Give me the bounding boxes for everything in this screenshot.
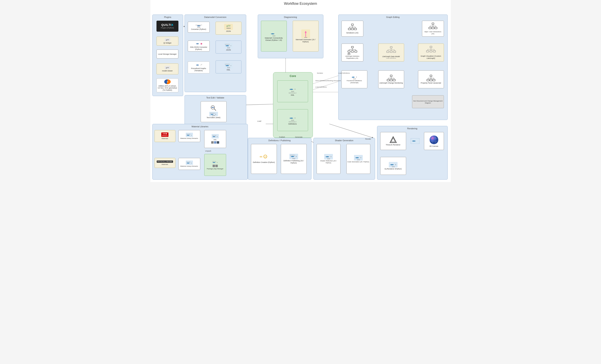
svg-text:X: X (217, 162, 218, 163)
svg-text:X: X (295, 88, 296, 90)
mx-xml-lib-label: XML (213, 139, 217, 141)
svg-rect-60 (432, 23, 434, 24)
core-xml-label: XML (291, 94, 295, 96)
litegraph-data-model-node: LiteGraph Data Model Load Definitions (378, 44, 404, 61)
load-defs-label: Load Definitions (315, 86, 327, 88)
amd-materials-node: AMD▶GPUOpen Materials (155, 130, 175, 142)
local-storage-node: Local Storage Manager (157, 50, 178, 59)
svg-text:▣▣▣: ▣▣▣ (304, 37, 307, 38)
svg-text:X: X (360, 157, 361, 158)
svg-marker-160 (391, 138, 395, 142)
shader-reflection-node: ▣▣▣ X Shader Reflection (JS / Python) (317, 144, 341, 174)
svg-rect-110 (390, 79, 392, 81)
svg-text:▣▣▣: ▣▣▣ (353, 78, 356, 79)
svg-text:X: X (215, 114, 216, 115)
text-editor-label: Text Editor (Web) (207, 117, 220, 119)
svg-rect-133 (186, 133, 193, 137)
core-defs-node: ▣▣▣ X MATERIALX Definitions (277, 109, 308, 131)
svg-text:▣▣▣: ▣▣▣ (327, 158, 330, 159)
mx-lib-extractor2-node: MATERIAL X Material Library Extractor (178, 158, 200, 170)
svg-text:X: X (295, 117, 296, 119)
xml-json-converter-node: → XML/JSON Converter (Python) (188, 40, 210, 51)
litegraph-def-reg-node: LiteGraph Definition Registration (JS) (341, 44, 363, 61)
svg-text:▣▣▣: ▣▣▣ (212, 115, 215, 116)
svg-rect-81 (349, 53, 350, 55)
defs-pub-label: Definitions / Publishing (269, 139, 290, 142)
save-defs-label: Save Definitions/Working Document (315, 80, 341, 81)
mx-lib-extractor1-node: MATERIAL X Material Library Extractor (178, 130, 200, 142)
svg-text:MATERIAL: MATERIAL (290, 154, 295, 156)
serialize-label: Serialize (317, 72, 323, 74)
svg-rect-89 (390, 51, 392, 52)
svg-rect-68 (435, 27, 437, 29)
blender-node: ⊙ Utilities (MTLX extract, UV box, SVG g… (157, 78, 178, 92)
mx-json-node: MATERIAL ▣▣▣ X JSON (216, 40, 241, 53)
material-libs-section: Material Libraries AMD▶GPUOpen Materials… (152, 124, 248, 180)
color-swatches2 (213, 165, 218, 167)
svg-rect-88 (387, 51, 389, 52)
svg-text:▣▣▣: ▣▣▣ (226, 28, 230, 29)
svg-text:MATERIAL: MATERIAL (212, 135, 216, 136)
svg-text:MATERIAL: MATERIAL (187, 134, 190, 135)
svg-text:X: X (230, 65, 231, 66)
svg-text:▣▣▣: ▣▣▣ (272, 35, 275, 36)
core-defs-label: Definitions (288, 123, 297, 125)
threejs-renderer-label: ThreeJS Renderer (386, 144, 400, 146)
mx-xml-lib-node: MATERIAL X XML (204, 130, 226, 148)
code-gen-label: Code Generation (JS / Python) (347, 161, 369, 163)
connectivity-extract-label: MaterialX Connectivity Extract (Python /… (262, 37, 286, 41)
svg-text:IO: IO (264, 156, 266, 158)
procedural-graphs-label: Procedural Graphs (Tentative) (189, 67, 209, 72)
svg-rect-66 (429, 27, 431, 29)
threejs-mx-node (408, 132, 422, 150)
shader-reflection-label: Shader Reflection (JS / Python) (318, 160, 340, 164)
litegraph-change-node: LiteGraph Change Monitoring (378, 71, 404, 88)
canvas-3d-node: 3D Canvas (424, 132, 444, 150)
color-swatches (211, 141, 219, 144)
mx-lib-extractor1-label: Material Library Extractor (180, 137, 198, 140)
render-arrow-label: Render (365, 138, 371, 140)
code-gen-node: ▣▣▣ X Code Generation (JS / Python) (346, 144, 370, 174)
svg-rect-57 (348, 28, 351, 30)
property-panel-node: Property Panel Javascript (418, 71, 444, 88)
svg-text:X: X (217, 136, 218, 137)
qt-widget-label: Qt Widget (163, 42, 171, 44)
core-xml-node: ▣▣▣ X MATERIALX XML (277, 80, 308, 102)
diagramming-section: Diagramming ▣▣▣ MaterialX Connectivity E… (258, 15, 323, 58)
def-creation-label: Definition Creation (Python) (253, 161, 275, 163)
page-title: Workflow Ecosystem (150, 0, 451, 7)
svg-text:X: X (230, 45, 231, 46)
see-doc-label: See Document and Change Management Diagr… (413, 100, 443, 104)
model-viewer-node: glTF model-viewer (157, 63, 178, 74)
serializers-node: Serializers (JS) (341, 21, 363, 37)
svg-text:X: X (395, 164, 396, 165)
svg-text:MATERIAL: MATERIAL (212, 161, 216, 162)
shader-gen-section: Shader Generation ▣▣▣ X Shader Reflectio… (313, 138, 375, 180)
mx-xml1-label: XML (227, 69, 230, 71)
quiltix-node: QUILTIX Plugins (Python) (157, 21, 178, 32)
graph-editing-section: Graph Editing Serializers (JS) (338, 15, 448, 120)
svg-rect-109 (387, 79, 389, 81)
svg-text:MATERIAL: MATERIAL (225, 44, 230, 45)
xml-json-converter-label: XML/JSON Converter (Python) (189, 46, 209, 51)
mermaid-gen-label: Mermaid Generator (JS / Python) (294, 39, 318, 43)
svg-text:X: X (191, 162, 192, 164)
text-edit-section: Text Edit / Validate MATERIAL ▣▣▣ X (185, 95, 246, 127)
svg-rect-75 (348, 51, 350, 52)
svg-text:▣▣▣: ▣▣▣ (227, 67, 230, 68)
litegraph-def-reg-label: LiteGraph Definition Registration (JS) (342, 55, 362, 59)
load-arrow-label: Load (257, 120, 261, 122)
style-user-interactions-node: Style / User Interactions (JS) (422, 21, 444, 37)
serializers-label: Serializers (JS) (346, 32, 358, 34)
svg-line-122 (214, 109, 216, 111)
svg-text:X: X (191, 135, 192, 136)
property-panel-label: Property Panel Javascript (421, 82, 441, 84)
svg-rect-118 (427, 79, 429, 81)
material-libs-label: Material Libraries (191, 125, 208, 128)
svg-rect-82 (390, 47, 392, 48)
mx-xml1-node: MATERIAL ▣▣▣ X XML (216, 61, 241, 73)
functional-defs-label: Functional Definitions (Javascript) (342, 80, 366, 83)
svg-point-162 (430, 135, 438, 144)
svg-text:▣▣▣: ▣▣▣ (291, 120, 294, 121)
core-section: Core ▣▣▣ X MATERIALX XML (273, 72, 313, 138)
